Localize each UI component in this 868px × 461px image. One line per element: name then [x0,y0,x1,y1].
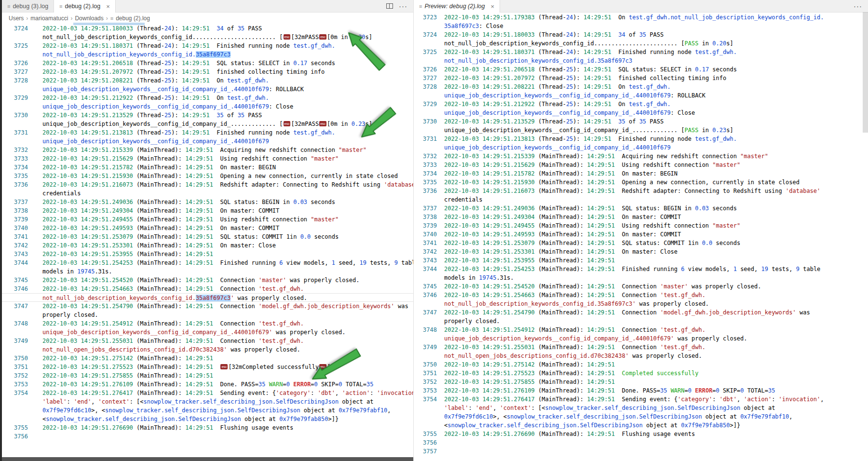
log-line: 37472022-10-03 14:29:51.254790 (MainThre… [2,302,413,311]
line-number: 3740 [414,230,437,239]
log-line: 37362022-10-03 14:29:51.216073 (MainThre… [2,180,413,189]
tab-debug-2-log[interactable]: ≡ debug (2).log × [54,0,116,13]
line-number: 3744 [414,265,437,273]
log-line: 37492022-10-03 14:29:51.255031 (MainThre… [2,337,413,345]
tab-debug-3-log[interactable]: ≡ debug (3).log [2,0,54,12]
log-line: 37272022-10-03 14:29:51.207972 (Thread-2… [414,74,868,82]
activity-bar-edge [0,0,2,461]
close-icon[interactable]: × [491,3,495,10]
line-number: 3737 [414,204,437,213]
log-text: 2022-10-03 14:29:51.254520 (MainThread):… [437,282,761,291]
log-line: 37312022-10-03 14:29:51.213813 (Thread-2… [2,128,413,137]
log-text: 2022-10-03 14:29:51.213529 (Thread-25): … [28,111,262,120]
line-number [2,294,28,301]
log-line: 37432022-10-03 14:29:51.253955 (MainThre… [414,256,868,265]
log-line: 37392022-10-03 14:29:51.249455 (MainThre… [2,215,413,224]
log-text: 35a8f697c3: Close [437,22,503,30]
line-number: 3731 [2,128,28,137]
editor-group-right: ≡ Preview: debug (2).log × ··· 37232022-… [413,0,868,461]
log-line: 37322022-10-03 14:29:51.215339 (MainThre… [2,146,413,154]
log-text: 2022-10-03 14:29:51.213813 (Thread-25): … [437,135,737,143]
log-text: 2022-10-03 14:29:51.255031 (MainThread):… [28,337,304,345]
breadcrumb-item[interactable]: marioamatucci [30,15,68,22]
log-line: 37442022-10-03 14:29:51.254253 (MainThre… [414,265,868,273]
log-text: 2022-10-03 14:29:51.275523 (MainThread):… [28,363,338,371]
log-line: 37242022-10-03 14:29:51.180033 (Thread-2… [414,30,868,39]
line-number: 3741 [414,239,437,247]
log-text: not_null_job_description_keywords_config… [437,299,709,308]
line-number: 3739 [2,215,28,224]
line-number [2,406,28,415]
escape-char-box: esc [284,121,291,126]
vertical-scrollbar[interactable] [863,12,868,133]
log-text: 2022-10-03 14:29:51.215629 (MainThread):… [28,154,339,163]
line-number [414,273,437,282]
line-number: 3729 [2,94,28,102]
log-line: 37532022-10-03 14:29:51.276109 (MainThre… [2,380,413,389]
log-line: 0x7f9e79fd6c10>, <snowplow_tracker.self_… [414,412,868,421]
log-text: 2022-10-03 14:29:51.254520 (MainThread):… [28,276,359,285]
more-actions-icon[interactable]: ··· [854,2,862,10]
horizontal-scrollbar[interactable] [2,457,413,461]
line-number: 3752 [414,378,437,386]
line-number: 3732 [2,146,28,154]
log-line: 37452022-10-03 14:29:51.254520 (MainThre… [414,282,868,291]
line-number: 3738 [414,213,437,221]
tab-preview-debug-2-log[interactable]: ≡ Preview: debug (2).log × [414,0,500,13]
more-actions-icon[interactable]: ··· [399,2,407,10]
log-text: 2022-10-03 14:29:51.213813 (Thread-25): … [28,128,335,137]
log-text: 2022-10-03 14:29:51.253079 (MainThread):… [437,239,740,247]
line-number: 3750 [2,354,28,363]
log-line: unique_job_description_keywords__config_… [2,328,413,337]
log-text: 2022-10-03 14:29:51.206518 (Thread-25): … [28,59,335,68]
chevron-right-icon: › [26,15,28,22]
log-text: 2022-10-03 14:29:51.213529 (Thread-25): … [437,117,664,126]
log-line: <snowplow_tracker.self_describing_json.S… [2,415,413,423]
editor-left[interactable]: 37242022-10-03 14:29:51.180033 (Thread-2… [2,23,413,457]
log-text: properly closed. [437,317,500,325]
log-text: 2022-10-03 14:29:51.276109 (MainThread):… [437,386,775,395]
line-number [414,334,437,343]
breadcrumb-item[interactable]: Users [9,15,24,22]
log-text: 0x7f9e79fd6c10>, <snowplow_tracker.self_… [28,406,391,415]
line-number [414,352,437,360]
close-icon[interactable]: × [106,3,110,10]
line-number: 3737 [2,198,28,206]
line-number [414,412,437,421]
line-number: 3731 [414,135,437,143]
log-line: 37412022-10-03 14:29:51.253079 (MainThre… [414,239,868,247]
log-text: unique_job_description_keywords__config_… [28,85,304,94]
log-line: <snowplow_tracker.self_describing_json.S… [414,421,868,430]
log-line: unique_job_description_keywords__config_… [2,137,413,146]
line-number: 3757 [414,447,437,456]
log-text: 2022-10-03 14:29:51.254253 (MainThread):… [437,265,820,273]
log-line: 37492022-10-03 14:29:51.255031 (MainThre… [414,343,868,352]
log-line: credentials [414,195,868,204]
log-line: 37312022-10-03 14:29:51.213813 (Thread-2… [414,135,868,143]
log-text: 2022-10-03 14:29:51.253955 (MainThread):… [437,256,615,265]
breadcrumb-item[interactable]: Downloads [75,15,103,22]
line-number: 3725 [414,48,437,56]
log-line: 37372022-10-03 14:29:51.249036 (MainThre… [2,198,413,206]
editor-right[interactable]: 37232022-10-03 14:29:51.179383 (Thread-2… [414,12,868,461]
line-number [2,137,28,146]
log-text: unique_job_description_keywords__config_… [28,102,293,111]
breadcrumb: Users › marioamatucci › Downloads › ≡ de… [2,13,413,24]
log-line: 37482022-10-03 14:29:51.254912 (MainThre… [2,319,413,328]
log-text: <snowplow_tracker.self_describing_json.S… [28,415,339,423]
split-editor-icon[interactable] [386,3,393,9]
log-text: 2022-10-03 14:29:51.254253 (MainThread):… [28,258,413,267]
line-number: 3745 [2,276,28,285]
line-number: 3736 [414,187,437,195]
log-text: 2022-10-03 14:29:51.212922 (Thread-25): … [28,94,269,102]
log-text: 2022-10-03 14:29:51.180033 (Thread-24): … [28,24,262,33]
line-number: 3735 [414,178,437,187]
log-text: 2022-10-03 14:29:51.208221 (Thread-25): … [437,82,671,91]
log-line: 37322022-10-03 14:29:51.215339 (MainThre… [414,152,868,161]
line-number [414,91,437,100]
breadcrumb-item[interactable]: debug (2).log [116,15,150,22]
tab-label: debug (2).log [65,3,101,10]
log-line: 37342022-10-03 14:29:51.215782 (MainThre… [414,169,868,178]
line-number [2,267,28,276]
log-line: not_null_open_jobs_descriptions_config_i… [2,345,413,354]
